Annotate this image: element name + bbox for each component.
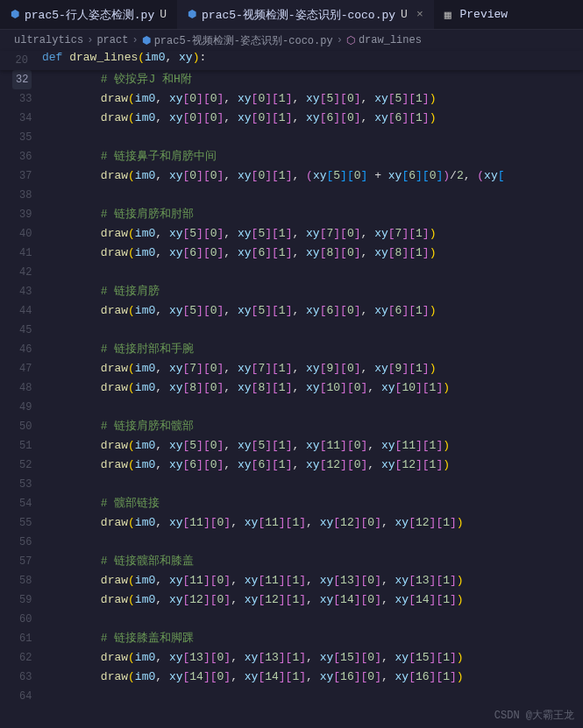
line-number: 43 (7, 282, 32, 301)
code-line (46, 186, 504, 205)
code-line: draw(im0, xy[11][0], xy[11][1], xy[12][0… (46, 513, 504, 533)
code-line: # 链接髋部和膝盖 (46, 552, 504, 571)
code-line: draw(im0, xy[5][0], xy[5][1], xy[6][0], … (46, 301, 504, 321)
python-icon: ⬢ (142, 34, 151, 47)
breadcrumb-item[interactable]: draw_lines (359, 34, 422, 46)
code-line: draw(im0, xy[5][0], xy[5][1], xy[7][0], … (46, 224, 504, 244)
code-line (46, 475, 504, 494)
line-number: 54 (7, 494, 32, 513)
code-line: # 髋部链接 (46, 494, 504, 513)
editor: 20 def draw_lines(im0, xy): 323334353637… (0, 51, 583, 728)
code-line: # 铰按异J 和H附 (46, 70, 504, 89)
line-number: 61 (7, 629, 32, 648)
tab-label: prac5-行人姿态检测.py (25, 7, 154, 23)
tab-file-2[interactable]: ⬢ prac5-视频检测-姿态识别-coco.py U × (177, 0, 434, 29)
code-line (46, 263, 504, 282)
line-number: 37 (7, 166, 32, 186)
modified-badge: U (401, 8, 408, 21)
line-number: 35 (7, 128, 32, 147)
line-number: 60 (7, 610, 32, 629)
tab-bar: ⬢ prac5-行人姿态检测.py U ⬢ prac5-视频检测-姿态识别-co… (0, 0, 583, 30)
line-gutter: 3233343536373839404142434445464748495051… (0, 51, 46, 728)
code-line: draw(im0, xy[0][0], xy[0][1], xy[6][0], … (46, 109, 504, 128)
line-number: 48 (7, 378, 32, 398)
line-number: 57 (7, 552, 32, 571)
line-number: 45 (7, 321, 32, 340)
code-line (46, 128, 504, 147)
code-line: draw(im0, xy[8][0], xy[8][1], xy[10][0],… (46, 378, 504, 398)
line-number: 46 (7, 340, 32, 359)
tab-label: Preview (460, 8, 508, 21)
line-number: 53 (7, 475, 32, 494)
code-line: draw(im0, xy[12][0], xy[12][1], xy[14][0… (46, 590, 504, 610)
code-line (46, 533, 504, 552)
sticky-scroll-header[interactable]: 20 def draw_lines(im0, xy): (0, 51, 583, 70)
line-number: 44 (7, 301, 32, 321)
tab-label: prac5-视频检测-姿态识别-coco.py (202, 7, 395, 23)
line-number: 33 (7, 89, 32, 109)
breadcrumb: ultralytics › pract › ⬢ prac5-视频检测-姿态识别-… (0, 30, 583, 51)
line-number: 59 (7, 590, 32, 610)
python-icon: ⬢ (188, 8, 196, 21)
line-number: 39 (7, 205, 32, 224)
chevron-right-icon: › (337, 34, 343, 46)
code-line: draw(im0, xy[0][0], xy[0][1], (xy[5][0] … (46, 166, 504, 186)
code-line: draw(im0, xy[11][0], xy[11][1], xy[13][0… (46, 571, 504, 590)
code-line: # 链接肩膀 (46, 282, 504, 301)
code-line (46, 398, 504, 417)
line-number: 49 (7, 398, 32, 417)
code-line: # 链接肘部和手腕 (46, 340, 504, 359)
python-icon: ⬢ (11, 8, 19, 21)
breadcrumb-item[interactable]: ultralytics (14, 34, 83, 46)
code-line: draw(im0, xy[14][0], xy[14][1], xy[16][0… (46, 668, 504, 687)
line-number: 62 (7, 648, 32, 668)
line-number: 58 (7, 571, 32, 590)
code-line (46, 321, 504, 340)
chevron-right-icon: › (87, 34, 93, 46)
modified-badge: U (160, 8, 167, 21)
line-number: 40 (7, 224, 32, 244)
line-number: 36 (7, 147, 32, 166)
line-number: 51 (7, 436, 32, 456)
code-line: draw(im0, xy[6][0], xy[6][1], xy[12][0],… (46, 456, 504, 475)
line-number: 56 (7, 533, 32, 552)
breadcrumb-item[interactable]: pract (96, 34, 128, 46)
preview-icon: ▦ (444, 8, 451, 22)
line-number: 38 (7, 186, 32, 205)
code-line: draw(im0, xy[6][0], xy[6][1], xy[8][0], … (46, 244, 504, 263)
line-number: 20 (0, 51, 42, 70)
code-line: # 链接鼻子和肩膀中间 (46, 147, 504, 166)
line-number: 64 (7, 687, 32, 706)
line-number: 63 (7, 668, 32, 687)
watermark: CSDN @大霸王龙 (494, 708, 574, 723)
code-line: # 链接肩膀和肘部 (46, 205, 504, 224)
chevron-right-icon: › (132, 34, 138, 46)
code-line: # 链接肩膀和髋部 (46, 417, 504, 436)
line-number: 50 (7, 417, 32, 436)
line-number: 34 (7, 109, 32, 128)
tab-preview[interactable]: ▦ Preview (434, 0, 518, 29)
current-line-badge: 32 (12, 70, 32, 89)
code-line: # 链接膝盖和脚踝 (46, 629, 504, 648)
code-line: def draw_lines(im0, xy): (42, 51, 206, 70)
function-icon: ⬡ (346, 34, 355, 47)
tab-file-1[interactable]: ⬢ prac5-行人姿态检测.py U (0, 0, 177, 29)
line-number: 47 (7, 359, 32, 378)
line-number: 42 (7, 263, 32, 282)
code-line (46, 610, 504, 629)
code-line: draw(im0, xy[7][0], xy[7][1], xy[9][0], … (46, 359, 504, 378)
close-icon[interactable]: × (416, 8, 423, 21)
code-line (46, 687, 504, 706)
line-number: 52 (7, 456, 32, 475)
code-line: draw(im0, xy[0][0], xy[0][1], xy[5][0], … (46, 89, 504, 109)
breadcrumb-item[interactable]: prac5-视频检测-姿态识别-coco.py (154, 33, 333, 48)
line-number: 55 (7, 513, 32, 533)
code-area[interactable]: # 铰按异J 和H附 draw(im0, xy[0][0], xy[0][1],… (46, 51, 504, 728)
code-line: draw(im0, xy[5][0], xy[5][1], xy[11][0],… (46, 436, 504, 456)
code-line: draw(im0, xy[13][0], xy[13][1], xy[15][0… (46, 648, 504, 668)
line-number: 41 (7, 244, 32, 263)
